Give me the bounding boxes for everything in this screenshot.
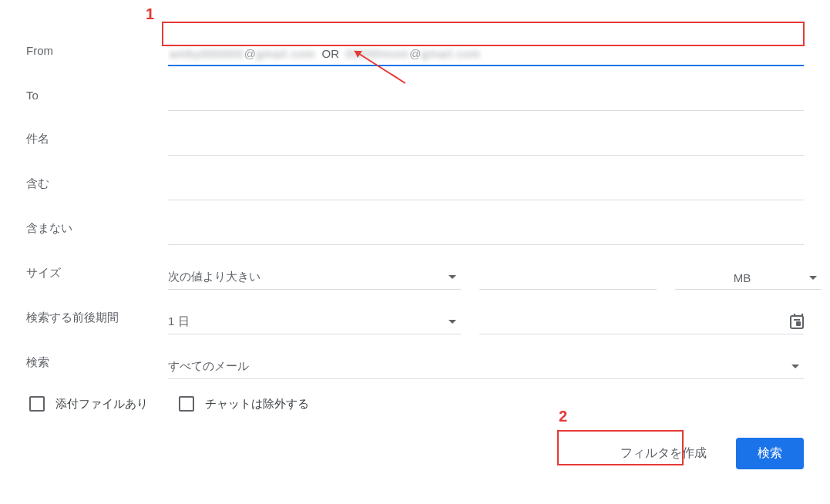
- label-from: From: [26, 44, 168, 66]
- checkbox-exclude-chats-label: チャットは除外する: [205, 397, 309, 412]
- search-button[interactable]: 検索: [736, 438, 804, 469]
- create-filter-button[interactable]: フィルタを作成: [605, 438, 722, 469]
- label-date: 検索する前後期間: [26, 311, 168, 334]
- label-search-scope: 検索: [26, 355, 168, 379]
- checkbox-exclude-chats[interactable]: チャットは除外する: [179, 396, 309, 412]
- checkbox-has-attachment-label: 添付ファイルあり: [55, 397, 148, 412]
- row-to: To: [26, 66, 804, 111]
- size-unit-value: MB: [675, 271, 809, 284]
- checkbox-icon: [29, 396, 45, 412]
- date-input[interactable]: [479, 316, 790, 329]
- checkbox-icon: [179, 396, 194, 412]
- size-amount-input[interactable]: [479, 267, 657, 290]
- date-range-value: 1 日: [168, 314, 449, 329]
- row-not-has-words: 含まない: [26, 200, 804, 245]
- to-input[interactable]: [168, 88, 804, 111]
- calendar-icon[interactable]: [790, 315, 804, 329]
- caret-down-icon: [809, 276, 817, 280]
- label-size: サイズ: [26, 266, 168, 290]
- search-scope-select[interactable]: すべてのメール: [168, 354, 804, 379]
- row-search-scope: 検索 すべてのメール: [26, 334, 804, 379]
- button-row: フィルタを作成 検索: [26, 438, 804, 469]
- caret-down-icon: [449, 320, 456, 324]
- row-has-words: 含む: [26, 156, 804, 200]
- row-date: 検索する前後期間 1 日: [26, 290, 804, 334]
- annotation-number-1: 1: [146, 5, 154, 23]
- has-words-input[interactable]: [168, 177, 804, 200]
- row-size: サイズ 次の値より大きい MB: [26, 245, 804, 290]
- caret-down-icon: [449, 275, 456, 279]
- checkbox-has-attachment[interactable]: 添付ファイルあり: [29, 396, 148, 412]
- row-from: From amby000000@gmail.com OR 00000mom@gm…: [26, 22, 804, 66]
- or-operator: OR: [322, 47, 340, 60]
- label-subject: 件名: [26, 132, 168, 156]
- size-unit-select[interactable]: MB: [675, 267, 822, 290]
- from-input[interactable]: amby000000@gmail.com OR 00000mom@gmail.c…: [168, 42, 804, 66]
- search-scope-value: すべてのメール: [168, 359, 791, 374]
- date-input-wrap[interactable]: [479, 311, 804, 334]
- size-comparator-select[interactable]: 次の値より大きい: [168, 265, 461, 290]
- size-comparator-value: 次の値より大きい: [168, 270, 449, 284]
- label-to: To: [26, 89, 168, 111]
- subject-input[interactable]: [168, 133, 804, 156]
- checkbox-row: 添付ファイルあり チャットは除外する: [26, 396, 804, 412]
- row-subject: 件名: [26, 111, 804, 156]
- label-has-words: 含む: [26, 176, 168, 200]
- not-has-words-input[interactable]: [168, 222, 804, 245]
- date-range-select[interactable]: 1 日: [168, 310, 461, 334]
- label-not-has-words: 含まない: [26, 221, 168, 245]
- caret-down-icon: [791, 365, 799, 368]
